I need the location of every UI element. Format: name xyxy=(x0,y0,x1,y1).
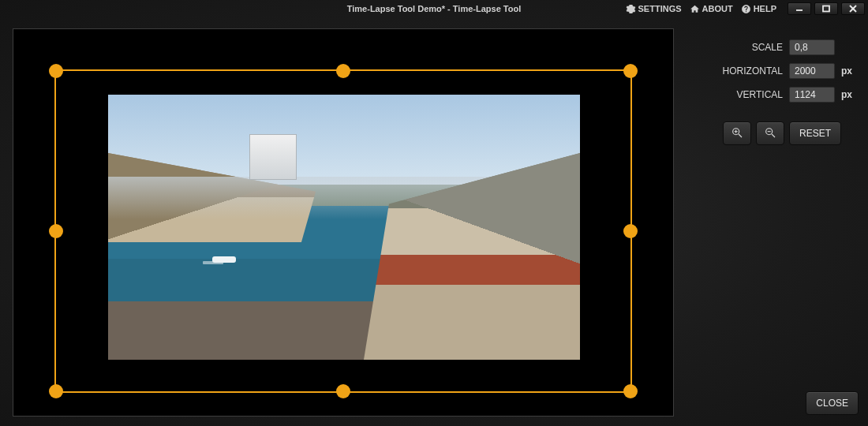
settings-menu-label: SETTINGS xyxy=(638,4,682,13)
menu-links: SETTINGS ABOUT HELP xyxy=(623,2,780,16)
horizontal-row: HORIZONTAL px xyxy=(685,63,859,79)
horizontal-unit: px xyxy=(841,65,859,77)
close-button-label: CLOSE xyxy=(816,398,848,409)
reset-button-label: RESET xyxy=(799,128,831,139)
minimize-button[interactable] xyxy=(788,2,811,15)
window-close-button[interactable] xyxy=(841,2,865,15)
zoom-in-button[interactable] xyxy=(723,121,751,145)
gear-icon xyxy=(626,4,636,14)
help-menu[interactable]: HELP xyxy=(738,2,780,16)
scale-input[interactable] xyxy=(789,39,835,55)
horizontal-label: HORIZONTAL xyxy=(723,65,783,77)
close-row: CLOSE xyxy=(685,391,859,417)
help-menu-label: HELP xyxy=(754,4,776,13)
zoom-out-button[interactable] xyxy=(756,121,784,145)
vertical-input[interactable] xyxy=(789,87,835,103)
side-panel: SCALE HORIZONTAL px VERTICAL px xyxy=(685,28,859,417)
crop-handle-bottom-center[interactable] xyxy=(336,384,350,398)
crop-handle-top-right[interactable] xyxy=(623,64,638,78)
scale-label: SCALE xyxy=(752,42,783,53)
svg-line-5 xyxy=(739,134,742,137)
zoom-out-icon xyxy=(764,126,776,141)
svg-rect-1 xyxy=(823,6,829,12)
crop-handle-middle-right[interactable] xyxy=(623,224,638,238)
viewer-wrap xyxy=(13,28,674,417)
settings-menu[interactable]: SETTINGS xyxy=(623,2,685,16)
about-menu-label: ABOUT xyxy=(702,4,733,13)
content: SCALE HORIZONTAL px VERTICAL px xyxy=(0,17,868,426)
crop-handle-top-center[interactable] xyxy=(336,64,350,78)
horizontal-input[interactable] xyxy=(789,63,835,79)
about-menu[interactable]: ABOUT xyxy=(687,2,736,16)
svg-line-9 xyxy=(772,134,775,137)
image-canvas[interactable] xyxy=(13,28,674,417)
zoom-in-icon xyxy=(731,126,743,141)
crop-handle-middle-left[interactable] xyxy=(49,224,63,238)
titlebar: Time-Lapse Tool Demo* - Time-Lapse Tool … xyxy=(0,0,868,17)
vertical-unit: px xyxy=(841,89,859,100)
scale-row: SCALE xyxy=(685,39,859,55)
maximize-button[interactable] xyxy=(814,2,838,15)
home-icon xyxy=(690,4,700,14)
crop-handle-bottom-right[interactable] xyxy=(623,384,638,398)
crop-handle-bottom-left[interactable] xyxy=(49,384,63,398)
preview-image xyxy=(108,95,580,360)
vertical-label: VERTICAL xyxy=(737,89,783,100)
zoom-tool-row: RESET xyxy=(685,121,859,145)
vertical-row: VERTICAL px xyxy=(685,87,859,103)
help-icon xyxy=(741,4,751,14)
reset-button[interactable]: RESET xyxy=(789,121,841,145)
window-controls xyxy=(788,2,865,15)
crop-handle-top-left[interactable] xyxy=(49,64,63,78)
close-button[interactable]: CLOSE xyxy=(806,391,859,415)
